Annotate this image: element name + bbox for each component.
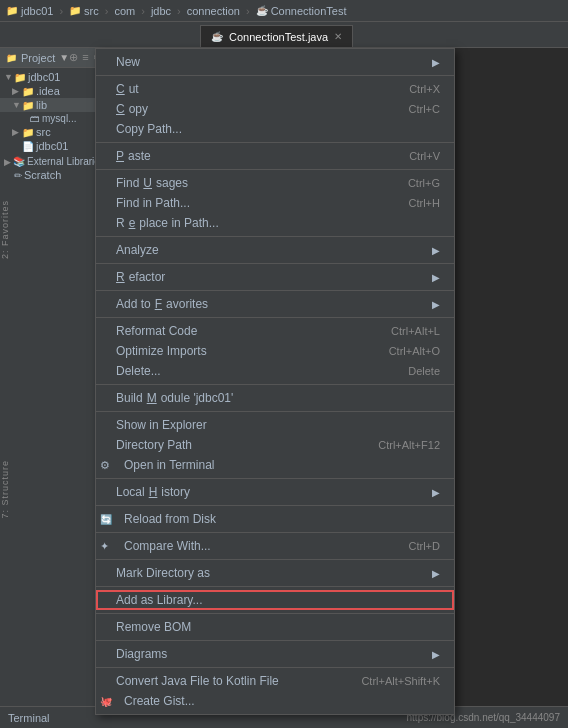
src-folder-icon: 📁	[22, 127, 34, 138]
structure-strip[interactable]: 7: Structure	[0, 460, 16, 519]
menu-separator	[96, 75, 454, 76]
menu-separator	[96, 505, 454, 506]
tree-item-external-libs[interactable]: ▶ 📚 External Libraries	[0, 155, 107, 168]
breadcrumb-com[interactable]: com	[114, 5, 135, 17]
tree-item-idea[interactable]: ▶ 📁 .idea	[0, 84, 107, 98]
submenu-arrow-icon: ▶	[432, 649, 440, 660]
breadcrumb-connectiontest[interactable]: ☕ ConnectionTest	[256, 5, 347, 17]
menu-separator	[96, 263, 454, 264]
submenu-arrow-icon: ▶	[432, 299, 440, 310]
menu-separator	[96, 290, 454, 291]
menu-item-mark-directory-as[interactable]: Mark Directory as ▶	[96, 563, 454, 583]
menu-item-analyze[interactable]: Analyze ▶	[96, 240, 454, 260]
tree-item-iml[interactable]: 📄 jdbc01	[0, 139, 107, 153]
menu-item-replace-in-path[interactable]: Replace in Path...	[96, 213, 454, 233]
menu-item-optimize-imports[interactable]: Optimize Imports Ctrl+Alt+O	[96, 341, 454, 361]
tree-item-scratches[interactable]: ✏ Scratch	[0, 168, 107, 182]
menu-item-delete[interactable]: Delete... Delete	[96, 361, 454, 381]
menu-separator	[96, 317, 454, 318]
breadcrumb-src[interactable]: 📁 src	[69, 5, 99, 17]
menu-item-cut[interactable]: Cut Ctrl+X	[96, 79, 454, 99]
equalize-icon[interactable]: ≡	[82, 51, 88, 64]
breadcrumb-connection[interactable]: connection	[187, 5, 240, 17]
context-menu: New ▶ Cut Ctrl+X Copy Ctrl+C Copy Path..…	[95, 48, 455, 715]
menu-item-paste[interactable]: Paste Ctrl+V	[96, 146, 454, 166]
menu-item-add-as-library[interactable]: Add as Library...	[96, 590, 454, 610]
submenu-arrow-icon: ▶	[432, 57, 440, 68]
menu-separator	[96, 478, 454, 479]
chevron-down-icon[interactable]: ▼	[59, 52, 69, 63]
menu-item-reload-from-disk[interactable]: 🔄 Reload from Disk	[96, 509, 454, 529]
submenu-arrow-icon: ▶	[432, 245, 440, 256]
menu-separator	[96, 559, 454, 560]
panel-title: 📁 Project ▼	[6, 52, 69, 64]
menu-separator	[96, 411, 454, 412]
globe-icon[interactable]: ⊕	[69, 51, 78, 64]
file-icon: 📄	[22, 141, 34, 152]
submenu-arrow-icon: ▶	[432, 568, 440, 579]
breadcrumb-jdbc01[interactable]: 📁 jdbc01	[6, 5, 53, 17]
expand-arrow: ▼	[12, 100, 20, 110]
menu-separator	[96, 236, 454, 237]
menu-item-show-in-explorer[interactable]: Show in Explorer	[96, 415, 454, 435]
project-panel: 📁 Project ▼ ⊕ ≡ ⚙ − ▼ 📁 jdbc01 ▶ 📁	[0, 48, 108, 728]
menu-item-compare-with[interactable]: ✦ Compare With... Ctrl+D	[96, 536, 454, 556]
terminal-icon: ⚙	[100, 459, 110, 472]
expand-arrow: ▶	[4, 157, 11, 167]
title-bar: 📁 jdbc01 › 📁 src › com › jdbc › connecti…	[0, 0, 568, 22]
menu-item-reformat-code[interactable]: Reformat Code Ctrl+Alt+L	[96, 321, 454, 341]
menu-separator	[96, 667, 454, 668]
menu-item-local-history[interactable]: Local History ▶	[96, 482, 454, 502]
menu-separator	[96, 142, 454, 143]
library-icon: 📚	[13, 156, 25, 167]
submenu-arrow-icon: ▶	[432, 487, 440, 498]
compare-icon: ✦	[100, 540, 109, 553]
tab-connectiontest[interactable]: ☕ ConnectionTest.java ✕	[200, 25, 353, 47]
submenu-arrow-icon: ▶	[432, 272, 440, 283]
reload-icon: 🔄	[100, 514, 112, 525]
menu-item-find-in-path[interactable]: Find in Path... Ctrl+H	[96, 193, 454, 213]
favorites-strip[interactable]: 2: Favorites	[0, 200, 16, 259]
jar-icon: 🗃	[30, 113, 40, 124]
panel-header: 📁 Project ▼ ⊕ ≡ ⚙ −	[0, 48, 107, 68]
breadcrumb-jdbc[interactable]: jdbc	[151, 5, 171, 17]
menu-separator	[96, 169, 454, 170]
menu-separator	[96, 640, 454, 641]
menu-item-refactor[interactable]: Refactor ▶	[96, 267, 454, 287]
expand-arrow: ▶	[12, 127, 20, 137]
folder-icon: 📁	[14, 72, 26, 83]
tab-bar: ☕ ConnectionTest.java ✕	[0, 22, 568, 48]
folder-icon: 📁	[22, 86, 34, 97]
menu-separator	[96, 586, 454, 587]
menu-item-open-in-terminal[interactable]: ⚙ Open in Terminal	[96, 455, 454, 475]
tree-item-jdbc01[interactable]: ▼ 📁 jdbc01	[0, 70, 107, 84]
github-icon: 🐙	[100, 696, 112, 707]
menu-item-directory-path[interactable]: Directory Path Ctrl+Alt+F12	[96, 435, 454, 455]
menu-separator	[96, 613, 454, 614]
expand-arrow: ▼	[4, 72, 12, 82]
folder-icon: 📁	[6, 53, 17, 63]
tab-close-icon[interactable]: ✕	[334, 31, 342, 42]
menu-item-copy[interactable]: Copy Ctrl+C	[96, 99, 454, 119]
menu-item-copy-path[interactable]: Copy Path...	[96, 119, 454, 139]
menu-separator	[96, 384, 454, 385]
menu-item-diagrams[interactable]: Diagrams ▶	[96, 644, 454, 664]
menu-item-find-usages[interactable]: Find Usages Ctrl+G	[96, 173, 454, 193]
menu-item-build-module[interactable]: Build Module 'jdbc01'	[96, 388, 454, 408]
tree-item-lib[interactable]: ▼ 📁 lib	[0, 98, 107, 112]
menu-item-create-gist[interactable]: 🐙 Create Gist...	[96, 691, 454, 711]
project-tree: ▼ 📁 jdbc01 ▶ 📁 .idea ▼ 📁 lib 🗃 mysql...	[0, 68, 107, 728]
expand-arrow: ▶	[12, 86, 20, 96]
menu-item-new[interactable]: New ▶	[96, 52, 454, 72]
scratch-icon: ✏	[14, 170, 22, 181]
tree-item-src[interactable]: ▶ 📁 src	[0, 125, 107, 139]
folder-icon: 📁	[22, 100, 34, 111]
menu-item-convert-to-kotlin[interactable]: Convert Java File to Kotlin File Ctrl+Al…	[96, 671, 454, 691]
menu-item-add-to-favorites[interactable]: Add to Favorites ▶	[96, 294, 454, 314]
menu-item-remove-bom[interactable]: Remove BOM	[96, 617, 454, 637]
tree-item-mysql-jar[interactable]: 🗃 mysql...	[0, 112, 107, 125]
terminal-tab[interactable]: Terminal	[8, 712, 50, 724]
menu-separator	[96, 532, 454, 533]
